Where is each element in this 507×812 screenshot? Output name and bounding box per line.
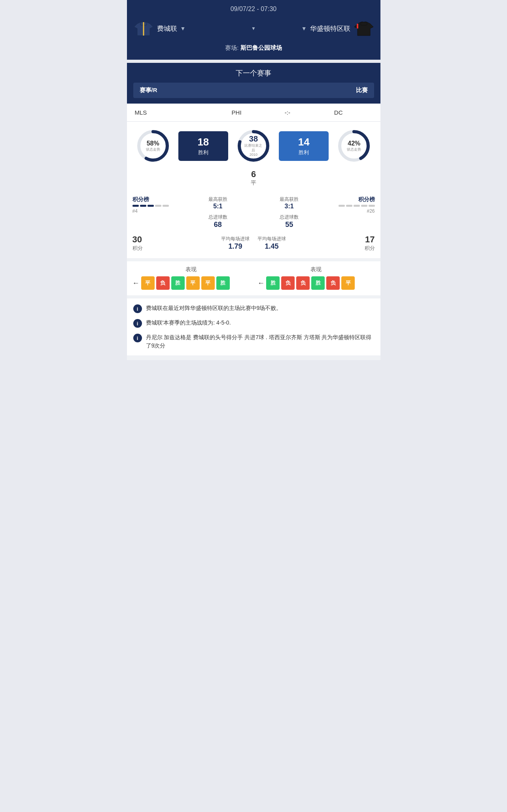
info-icon-2: i [133,319,142,328]
home-result-3: 胜 [171,276,185,290]
points-avg-row: 30 积分 平均每场进球 1.79 平均每场进球 1.45 17 积分 [132,234,375,252]
away-max-win-label: 最高获胜 [280,196,299,203]
match-datetime: 09/07/22 - 07:30 [133,6,374,13]
away-points-label: 积分 [365,245,375,252]
home-wins-box: 18 胜利 [178,131,228,161]
home-perf-badges: ← 平 负 胜 平 平 胜 [132,276,250,290]
home-result-6: 胜 [216,276,230,290]
away-ranking-title: 积分榜 [358,196,375,203]
away-result-5: 负 [326,276,340,290]
away-ranking: 积分榜 #26 [325,196,375,214]
max-win-row: 最高获胜 5:1 最高获胜 3:1 [182,196,325,210]
away-perf-title: 表现 [257,266,375,273]
draw-label: 平 [127,179,380,187]
away-result-6: 平 [341,276,355,290]
home-wins-number: 18 [185,136,221,148]
away-total-goals: 总进球数 55 [280,214,299,229]
info-item-1: i 费城联在最近对阵华盛顿特区联的主场比赛中9场不败。 [133,304,374,313]
away-donut-chart: 42% 状态走势 [336,128,372,164]
away-wins-label: 胜利 [286,149,322,156]
away-max-win: 最高获胜 3:1 [280,196,299,210]
away-result-2: 负 [281,276,295,290]
avg-goals-center: 平均每场进球 1.79 平均每场进球 1.45 [221,236,286,251]
away-donut-container: 42% 状态走势 [332,128,376,164]
info-section: i 费城联在最近对阵华盛顿特区联的主场比赛中9场不败。 i 费城联'本赛季的主场… [127,298,380,355]
home-rank-num: #4 [132,208,182,214]
away-ranking-bars [339,205,375,207]
league-name: MLS [135,109,203,116]
away-result-3: 负 [296,276,310,290]
info-icon-3: i [133,334,142,342]
info-item-3: i 丹尼尔 加兹达格是 费城联的头号得分手 共进7球 . 塔西亚尔齐斯 方塔斯 … [133,333,374,350]
away-wins-box: 14 胜利 [279,131,329,161]
vs-separator: ▼ [247,26,260,31]
col-right-label: 比賽 [254,87,368,94]
away-perf-arrow: ← [257,279,265,287]
info-text-1: 费城联在最近对阵华盛顿特区联的主场比赛中9场不败。 [146,304,282,312]
home-max-win-value: 5:1 [208,203,227,210]
home-points-label: 积分 [132,245,143,252]
perf-row: 表现 ← 平 负 胜 平 平 胜 表现 ← 胜 负 负 [132,266,375,290]
league-row: MLS PHI -:- DC [127,104,380,122]
ranking-row: 积分榜 #4 最高获胜 5:1 [132,191,375,229]
home-pct: 58% [146,140,160,147]
home-team-dropdown-icon[interactable]: ▼ [180,25,186,32]
away-team: ▼ 华盛顿特区联 [260,18,374,39]
home-performance: 表现 ← 平 负 胜 平 平 胜 [132,266,250,290]
stats-container: MLS PHI -:- DC 58% 状态走势 18 胜利 [127,104,380,360]
away-team-dropdown-icon[interactable]: ▼ [301,25,307,32]
home-max-win: 最高获胜 5:1 [208,196,227,210]
away-result-1: 胜 [266,276,280,290]
home-points: 30 [132,234,143,245]
next-event-title: 下一个赛事 [133,68,374,78]
home-points-block: 30 积分 [132,234,143,252]
center-total: 38 [244,134,262,144]
away-abbr: DC [305,109,373,116]
away-points-block: 17 积分 [365,234,375,252]
home-max-win-label: 最高获胜 [208,196,227,203]
away-pct: 42% [347,140,361,147]
info-text-2: 费城联'本赛季的主场战绩为: 4-5-0. [146,319,231,327]
svg-rect-2 [361,22,367,25]
home-perf-title: 表现 [132,266,250,273]
home-perf-arrow: ← [132,279,140,287]
score-dash: -:- [271,109,305,116]
home-wins-label: 胜利 [185,149,221,156]
col-left-label: 赛事/R [140,87,254,94]
info-text-3: 丹尼尔 加兹达格是 费城联的头号得分手 共进7球 . 塔西亚尔齐斯 方塔斯 共为… [146,333,374,350]
away-perf-badges: ← 胜 负 负 胜 负 平 [257,276,375,290]
draw-number: 6 [127,169,380,179]
home-ranking-bars [132,205,182,207]
home-result-1: 平 [141,276,155,290]
home-team: 费城联 ▼ [133,18,248,39]
away-team-name: 华盛顿特区联 [310,24,350,33]
venue-row: 赛场: 斯巴鲁公园球场 [133,44,374,52]
performance-section: 表现 ← 平 负 胜 平 平 胜 表现 ← 胜 负 负 [127,261,380,295]
away-pct-label: 状态走势 [347,147,361,152]
info-icon-1: i [133,304,142,313]
home-jersey-icon [133,18,154,39]
center-sub: 比赛结束之后 2010 [244,144,262,157]
home-ranking-title: 积分榜 [132,196,182,203]
teams-row: 费城联 ▼ ▼ ▼ 华盛顿特区联 [133,18,374,39]
home-abbr: PHI [202,109,271,116]
away-max-win-value: 3:1 [280,203,299,210]
away-points: 17 [365,234,375,245]
section-header: 赛事/R 比賽 [133,83,374,98]
away-performance: 表现 ← 胜 负 负 胜 负 平 [257,266,375,290]
venue-label: 赛场: [225,44,238,51]
away-wins-number: 14 [286,136,322,148]
home-avg-goals: 平均每场进球 1.79 [221,236,250,251]
combined-stats: 积分榜 #4 最高获胜 5:1 [127,191,380,258]
info-item-2: i 费城联'本赛季的主场战绩为: 4-5-0. [133,319,374,328]
center-stats: 最高获胜 5:1 最高获胜 3:1 总进球数 68 总进球数 [182,196,325,229]
away-avg-goals: 平均每场进球 1.45 [257,236,286,251]
away-result-4: 胜 [311,276,325,290]
next-event-section: 下一个赛事 赛事/R 比賽 [127,63,380,104]
home-pct-label: 状态走势 [146,147,160,152]
home-donut-chart: 58% 状态走势 [135,128,171,164]
away-rank-num: #26 [367,208,375,214]
home-result-5: 平 [201,276,215,290]
venue-name: 斯巴鲁公园球场 [240,44,282,51]
header-section: 09/07/22 - 07:30 费城联 ▼ ▼ ▼ 华盛顿特区联 [127,0,380,60]
